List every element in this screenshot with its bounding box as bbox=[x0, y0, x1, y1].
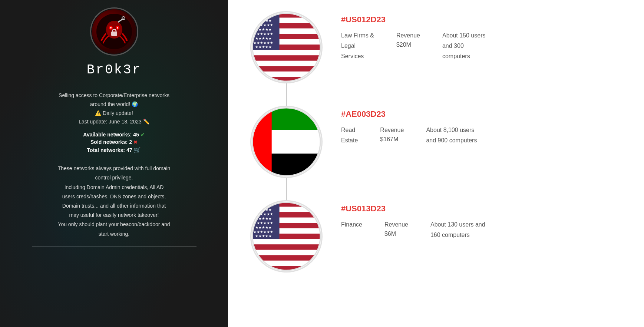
revenue-label-3: Revenue bbox=[384, 220, 408, 229]
avatar-svg bbox=[96, 13, 133, 50]
desc-line2: around the world! 🌍 bbox=[90, 101, 138, 107]
svg-text:★★★★★★: ★★★★★★ bbox=[253, 212, 273, 216]
svg-point-4 bbox=[110, 27, 112, 29]
daily-update: ⚠️ Daily update! bbox=[95, 110, 133, 116]
users-1-l3: computers bbox=[442, 52, 486, 61]
svg-text:★★★★★: ★★★★★ bbox=[255, 234, 272, 238]
entry-details-3: Finance Revenue $6M About 130 users and … bbox=[341, 220, 485, 240]
svg-text:★★★★★: ★★★★★ bbox=[255, 225, 272, 229]
svg-rect-15 bbox=[251, 61, 321, 66]
revenue-value-1: $20M bbox=[396, 42, 420, 48]
description: Selling access to Corporate/Enterprise n… bbox=[59, 91, 169, 126]
users-1-l2: and 300 bbox=[442, 42, 486, 50]
top-divider bbox=[32, 85, 196, 85]
entry-id-1: #US012D23 bbox=[341, 15, 485, 24]
entry-info-2: #AE003D23 Read Estate Revenue $167M Abou… bbox=[341, 106, 477, 145]
flag-circle-uae bbox=[250, 106, 323, 178]
flag-circle-usa-1: ★★★★★★ ★★★★★ ★★★★★★ ★★★★★ ★★★★★★ ★★★★★ ★… bbox=[250, 11, 323, 83]
revenue-label-2: Revenue bbox=[380, 126, 404, 135]
revenue-col-3: Revenue $6M bbox=[384, 220, 408, 237]
users-2-l2: and 900 computers bbox=[426, 136, 477, 145]
revenue-col-2: Revenue $167M bbox=[380, 126, 404, 143]
usa-flag-svg-3: ★★★★★★ ★★★★★ ★★★★★★ ★★★★★ ★★★★★★ ★★★★★ ★… bbox=[251, 201, 321, 271]
timeline: ★★★★★★ ★★★★★ ★★★★★★ ★★★★★ ★★★★★★ ★★★★★ ★… bbox=[250, 11, 622, 272]
flag-circle-usa-3: ★★★★★★ ★★★★★ ★★★★★★ ★★★★★ ★★★★★★ ★★★★★ ★… bbox=[250, 200, 323, 272]
industry-1-l3: Services bbox=[341, 52, 374, 61]
avatar-image bbox=[92, 9, 136, 54]
svg-text:★★★★★: ★★★★★ bbox=[255, 45, 272, 49]
usa-flag-svg-1: ★★★★★★ ★★★★★ ★★★★★★ ★★★★★ ★★★★★★ ★★★★★ ★… bbox=[251, 12, 321, 82]
industry-1-l1: Law Firms & bbox=[341, 31, 374, 40]
svg-rect-16 bbox=[251, 72, 321, 77]
entry-info-1: #US012D23 Law Firms & Legal Services Rev… bbox=[341, 11, 485, 61]
entry-id-3: #US013D23 bbox=[341, 204, 485, 214]
entry-us013d23: ★★★★★★ ★★★★★ ★★★★★★ ★★★★★ ★★★★★★ ★★★★★ ★… bbox=[250, 200, 485, 272]
svg-text:★★★★★★: ★★★★★★ bbox=[253, 41, 273, 45]
industry-col-3: Finance bbox=[341, 220, 362, 229]
svg-text:★★★★★★: ★★★★★★ bbox=[253, 23, 273, 27]
revenue-label-1: Revenue bbox=[396, 31, 420, 40]
avatar bbox=[90, 7, 138, 56]
svg-rect-11 bbox=[251, 18, 321, 23]
revenue-col-1: Revenue $20M bbox=[396, 31, 420, 48]
industry-3-l1: Finance bbox=[341, 220, 362, 229]
industry-col-2: Read Estate bbox=[341, 126, 358, 145]
users-col-2: About 8,100 users and 900 computers bbox=[426, 126, 477, 145]
users-col-3: About 130 users and 160 computers bbox=[430, 220, 485, 240]
svg-rect-40 bbox=[251, 250, 321, 255]
users-3-l2: 160 computers bbox=[430, 231, 485, 240]
industry-1-l2: Legal bbox=[341, 42, 374, 50]
last-update: Last update: June 18, 2023 ✏️ bbox=[79, 119, 149, 125]
available-networks: Available networks: 45 ✔ bbox=[83, 132, 145, 138]
bottom-description: These networks always provided with full… bbox=[54, 164, 174, 239]
sold-networks: Sold networks: 2 ✖ bbox=[83, 139, 145, 145]
entry-info-3: #US013D23 Finance Revenue $6M About 130 … bbox=[341, 200, 485, 240]
total-networks: Total networks: 47 🛒 bbox=[83, 146, 145, 153]
username: Br0k3r bbox=[87, 62, 142, 77]
revenue-value-2: $167M bbox=[380, 136, 404, 143]
entry-details-2: Read Estate Revenue $167M About 8,100 us… bbox=[341, 126, 477, 145]
svg-rect-41 bbox=[251, 261, 321, 266]
users-2-l1: About 8,100 users bbox=[426, 126, 477, 135]
industry-col-1: Law Firms & Legal Services bbox=[341, 31, 374, 61]
uae-flag-svg bbox=[251, 107, 321, 177]
svg-rect-14 bbox=[251, 50, 321, 56]
entry-us012d23: ★★★★★★ ★★★★★ ★★★★★★ ★★★★★ ★★★★★★ ★★★★★ ★… bbox=[250, 11, 485, 106]
industry-2-l2: Estate bbox=[341, 136, 358, 145]
desc-line1: Selling access to Corporate/Enterprise n… bbox=[59, 92, 169, 98]
svg-rect-6 bbox=[111, 32, 117, 36]
svg-text:★★★★★★: ★★★★★★ bbox=[253, 230, 273, 234]
entry-details-1: Law Firms & Legal Services Revenue $20M … bbox=[341, 31, 485, 61]
entry-ae003d23: #AE003D23 Read Estate Revenue $167M Abou… bbox=[250, 106, 477, 200]
svg-rect-31 bbox=[251, 107, 272, 177]
svg-text:★★★★★: ★★★★★ bbox=[255, 36, 272, 40]
entry-id-2: #AE003D23 bbox=[341, 109, 477, 119]
industry-2-l1: Read bbox=[341, 126, 358, 135]
svg-point-5 bbox=[117, 27, 118, 29]
svg-rect-36 bbox=[251, 207, 321, 212]
users-1-l1: About 150 users bbox=[442, 31, 486, 40]
users-3-l1: About 130 users and bbox=[430, 220, 485, 229]
stats-section: Available networks: 45 ✔ Sold networks: … bbox=[83, 132, 145, 155]
right-panel: ★★★★★★ ★★★★★ ★★★★★★ ★★★★★ ★★★★★★ ★★★★★ ★… bbox=[228, 0, 644, 327]
bottom-divider bbox=[32, 246, 196, 247]
left-panel: Br0k3r Selling access to Corporate/Enter… bbox=[0, 0, 228, 327]
revenue-value-3: $6M bbox=[384, 231, 408, 237]
svg-rect-39 bbox=[251, 239, 321, 245]
users-col-1: About 150 users and 300 computers bbox=[442, 31, 486, 61]
